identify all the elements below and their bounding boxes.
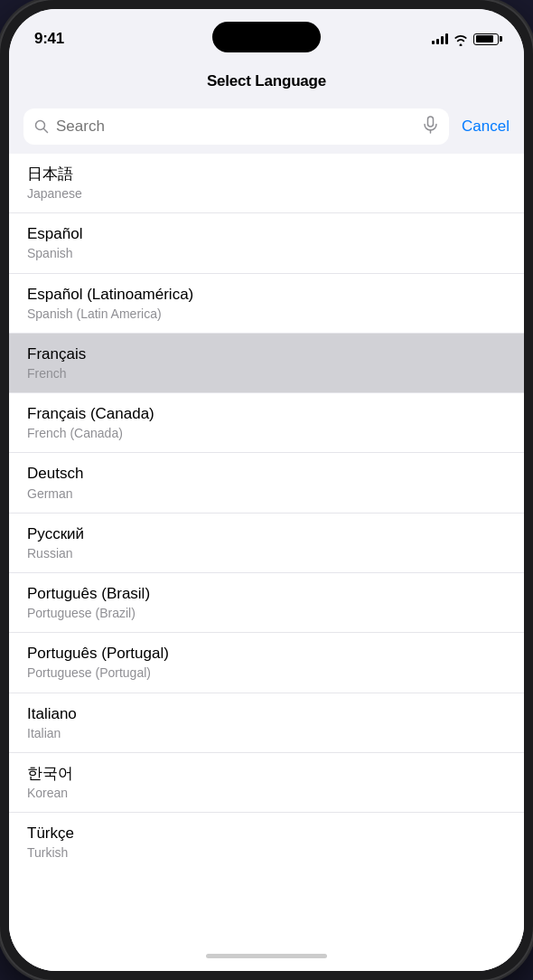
search-bar[interactable] (23, 108, 449, 145)
language-item[interactable]: 日本語Japanese (9, 154, 524, 213)
home-indicator (9, 940, 524, 971)
language-native-name: Русский (27, 524, 506, 544)
language-item[interactable]: РусскийRussian (9, 514, 524, 573)
language-english-name: French (27, 365, 506, 382)
language-item[interactable]: Português (Portugal)Portuguese (Portugal… (9, 633, 524, 693)
signal-icon (432, 33, 448, 44)
battery-icon (473, 33, 499, 45)
language-list[interactable]: 日本語JapaneseEspañolSpanishEspañol (Latino… (9, 154, 524, 940)
language-item[interactable]: Français (Canada)French (Canada) (9, 393, 524, 453)
language-item[interactable]: 한국어Korean (9, 753, 524, 813)
page-header: Select Language (9, 58, 524, 101)
language-item[interactable]: FrançaisFrench (9, 334, 524, 393)
language-item[interactable]: Português (Brasil)Portuguese (Brazil) (9, 573, 524, 633)
language-english-name: Russian (27, 545, 506, 561)
wifi-icon (454, 33, 468, 44)
language-native-name: Español (27, 224, 506, 244)
language-english-name: Portuguese (Portugal) (27, 664, 506, 681)
page-title: Select Language (207, 72, 326, 90)
language-native-name: Français (Canada) (27, 404, 506, 424)
language-english-name: Korean (27, 785, 506, 801)
search-input[interactable] (56, 118, 416, 136)
screen: 9:41 Select Language (9, 9, 524, 971)
phone-frame: 9:41 Select Language (0, 0, 533, 980)
search-bar-container: Cancel (9, 101, 524, 154)
mic-icon[interactable] (423, 116, 438, 137)
app-content: Select Language (9, 58, 524, 971)
language-item[interactable]: Español (Latinoamérica)Spanish (Latin Am… (9, 274, 524, 334)
language-item[interactable]: TürkçeTurkish (9, 813, 524, 872)
language-native-name: Türkçe (27, 824, 506, 843)
language-native-name: Français (27, 344, 506, 364)
language-item[interactable]: DeutschGerman (9, 453, 524, 513)
language-native-name: Español (Latinoamérica) (27, 285, 506, 305)
language-english-name: Japanese (27, 185, 506, 202)
language-native-name: Italiano (27, 704, 506, 724)
language-native-name: 한국어 (27, 764, 506, 784)
language-native-name: Português (Portugal) (27, 644, 506, 664)
svg-rect-2 (428, 117, 434, 127)
cancel-button[interactable]: Cancel (456, 118, 510, 136)
language-english-name: Italian (27, 725, 506, 741)
language-english-name: Portuguese (Brazil) (27, 605, 506, 621)
language-english-name: German (27, 485, 506, 502)
language-english-name: Spanish (Latin America) (27, 306, 506, 322)
language-native-name: Deutsch (27, 464, 506, 484)
language-item[interactable]: EspañolSpanish (9, 213, 524, 273)
status-icons (432, 33, 499, 45)
svg-line-1 (44, 129, 48, 133)
language-english-name: French (Canada) (27, 425, 506, 441)
language-native-name: 日本語 (27, 165, 506, 184)
dynamic-island (212, 22, 321, 52)
home-indicator-bar (206, 954, 327, 958)
language-english-name: Turkish (27, 844, 506, 861)
language-item[interactable]: ItalianoItalian (9, 693, 524, 753)
language-english-name: Spanish (27, 245, 506, 261)
status-time: 9:41 (34, 30, 64, 48)
search-icon (34, 119, 49, 134)
language-native-name: Português (Brasil) (27, 584, 506, 604)
